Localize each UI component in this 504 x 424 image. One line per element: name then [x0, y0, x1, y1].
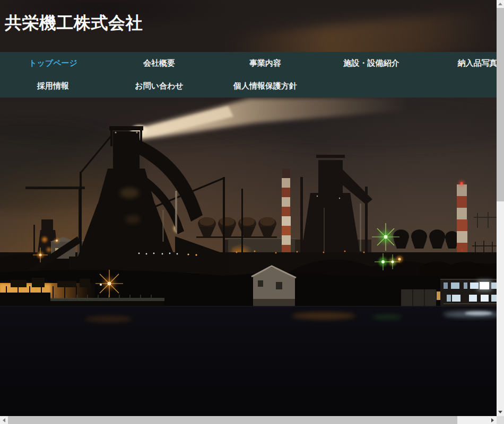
- scroll-down-button[interactable]: [497, 408, 504, 416]
- nav-item-business[interactable]: 事業内容: [212, 52, 318, 75]
- down-arrow-icon: [498, 411, 502, 413]
- steel-plant-night-photo: [0, 98, 497, 416]
- horizontal-scrollbar[interactable]: [0, 416, 497, 424]
- striped-chimney-left: [282, 169, 291, 255]
- nav-item-delivered-photos[interactable]: 納入品写真: [424, 52, 497, 75]
- page-title: 共栄機工株式会社: [5, 13, 143, 33]
- striped-chimney-right: [457, 180, 467, 252]
- main-navigation: トップページ 会社概要 事業内容 施設・設備紹介 納入品写真 採用情報 お問い合…: [0, 52, 497, 98]
- vertical-scrollbar[interactable]: [497, 0, 504, 416]
- nav-item-recruit[interactable]: 採用情報: [0, 75, 106, 98]
- scrollbar-corner: [497, 416, 504, 424]
- nav-item-top-page[interactable]: トップページ: [0, 52, 106, 75]
- nav-item-company-overview[interactable]: 会社概要: [106, 52, 212, 75]
- nav-item-contact[interactable]: お問い合わせ: [106, 75, 212, 98]
- up-arrow-icon: [498, 3, 502, 5]
- scroll-up-button[interactable]: [497, 0, 504, 8]
- left-arrow-icon: [3, 418, 5, 422]
- scroll-right-button[interactable]: [489, 416, 497, 424]
- site-header: 共栄機工株式会社: [0, 0, 497, 52]
- browser-page: 共栄機工株式会社 トップページ 会社概要 事業内容 施設・設備紹介 納入品写真 …: [0, 0, 504, 424]
- horizontal-scrollbar-thumb[interactable]: [8, 416, 457, 424]
- harbor-water: [0, 306, 497, 416]
- nav-items-container: トップページ 会社概要 事業内容 施設・設備紹介 納入品写真 採用情報 お問い合…: [0, 52, 497, 98]
- hero-image: [0, 98, 497, 416]
- scroll-left-button[interactable]: [0, 416, 8, 424]
- nav-item-privacy-policy[interactable]: 個人情報保護方針: [212, 75, 318, 98]
- right-arrow-icon: [491, 418, 494, 422]
- vertical-scrollbar-thumb[interactable]: [497, 8, 504, 201]
- nav-item-facilities[interactable]: 施設・設備紹介: [318, 52, 424, 75]
